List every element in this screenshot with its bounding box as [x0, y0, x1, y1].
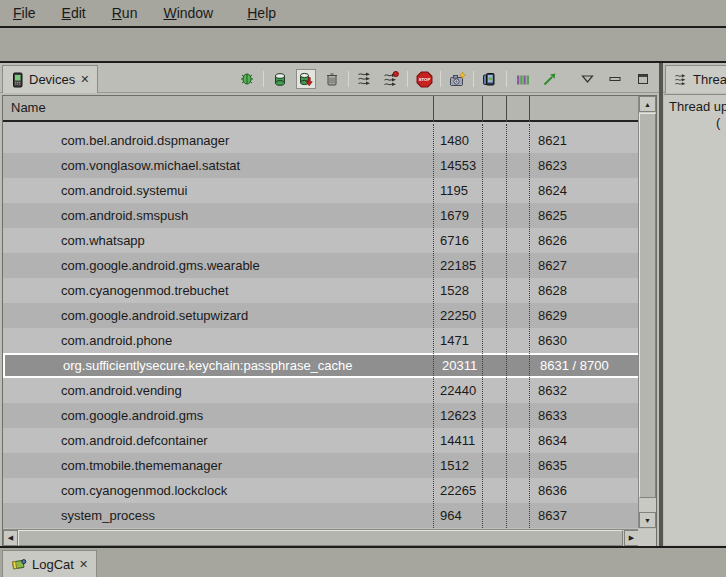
table-row[interactable]: org.sufficientlysecure.keychain:passphra… — [3, 353, 640, 378]
empty-toolbar-strip — [0, 28, 726, 61]
menu-window[interactable]: Window — [150, 5, 226, 21]
client-port: 8631 / 8700 — [540, 355, 609, 376]
logcat-icon — [11, 556, 27, 572]
client-port: 8632 — [538, 378, 567, 403]
menu-run[interactable]: Run — [99, 5, 151, 21]
client-pid: 1471 — [440, 328, 469, 353]
start-method-profiling-icon[interactable] — [381, 69, 401, 89]
menu-file[interactable]: File — [0, 5, 49, 21]
menu-help[interactable]: Help — [234, 5, 289, 21]
vertical-scrollbar-thumb[interactable] — [639, 113, 656, 498]
scroll-right-icon[interactable]: ▶ — [624, 530, 639, 546]
horizontal-scrollbar-thumb[interactable] — [18, 530, 623, 546]
client-name: com.android.systemui — [61, 178, 187, 203]
table-row[interactable]: com.google.android.setupwizard222508629 — [3, 303, 640, 328]
table-row[interactable]: com.android.smspush16798625 — [3, 203, 640, 228]
ddms-toolbar: STOP — [237, 65, 653, 93]
client-pid: 22265 — [440, 478, 476, 503]
table-row[interactable]: com.google.android.gms.wearable221858627 — [3, 253, 640, 278]
minimize-icon[interactable] — [605, 69, 625, 89]
client-name: system_process — [61, 503, 155, 528]
start-opengl-trace-icon[interactable] — [539, 69, 559, 89]
client-pid: 22440 — [440, 378, 476, 403]
update-heap-icon[interactable] — [270, 69, 290, 89]
table-row[interactable]: com.tmobile.thememanager15128635 — [3, 453, 640, 478]
close-icon[interactable]: ✕ — [79, 559, 88, 570]
table-row[interactable]: com.cyanogenmod.trebuchet15288628 — [3, 278, 640, 303]
toolbar-separator — [506, 71, 507, 87]
client-pid: 22250 — [440, 303, 476, 328]
client-name: com.cyanogenmod.trebuchet — [61, 278, 229, 303]
client-name: com.android.defcontainer — [61, 428, 208, 453]
table-row[interactable]: com.whatsapp67168626 — [3, 228, 640, 253]
tab-devices[interactable]: Devices ✕ — [2, 65, 98, 93]
vertical-scrollbar[interactable]: ▲ ▼ — [638, 96, 656, 528]
client-port: 8624 — [538, 178, 567, 203]
client-name: com.cyanogenmod.lockclock — [61, 478, 227, 503]
cause-gc-icon[interactable] — [322, 69, 342, 89]
column-divider[interactable] — [482, 96, 483, 122]
client-pid: 6716 — [440, 228, 469, 253]
phone-icon — [11, 72, 24, 88]
client-pid: 14553 — [440, 153, 476, 178]
client-name: com.vonglasow.michael.satstat — [61, 153, 240, 178]
client-pid: 1195 — [440, 178, 468, 203]
column-divider[interactable] — [433, 96, 434, 122]
stop-process-icon[interactable]: STOP — [414, 69, 434, 89]
horizontal-scrollbar[interactable]: ◀ ▶ — [3, 529, 640, 546]
toolbar-separator — [473, 71, 474, 87]
table-row[interactable]: com.android.systemui11958624 — [3, 178, 640, 203]
column-divider[interactable] — [529, 96, 530, 122]
screen-capture-icon[interactable] — [447, 69, 467, 89]
table-row[interactable]: com.cyanogenmod.lockclock222658636 — [3, 478, 640, 503]
debug-attach-icon[interactable] — [237, 69, 257, 89]
scroll-up-icon[interactable]: ▲ — [639, 96, 656, 112]
client-port: 8627 — [538, 253, 567, 278]
table-row[interactable]: com.android.vending224408632 — [3, 378, 640, 403]
client-pid: 14411 — [440, 428, 475, 453]
client-name: com.google.android.gms.wearable — [61, 253, 260, 278]
client-port: 8623 — [538, 153, 567, 178]
view-menu-icon[interactable] — [577, 69, 597, 89]
scrollbar-corner — [638, 529, 656, 546]
toolbar-separator — [263, 71, 264, 87]
client-name: com.bel.android.dspmanager — [61, 128, 229, 153]
client-name: com.whatsapp — [61, 228, 145, 253]
client-pid: 1679 — [440, 203, 469, 228]
client-name: com.tmobile.thememanager — [61, 453, 222, 478]
toolbar-separator — [407, 71, 408, 87]
client-port: 8621 — [538, 128, 567, 153]
scroll-left-icon[interactable]: ◀ — [3, 530, 18, 546]
table-row[interactable]: com.google.android.gms126238633 — [3, 403, 640, 428]
close-icon[interactable]: ✕ — [80, 74, 89, 85]
table-row[interactable]: com.android.defcontainer144118634 — [3, 428, 640, 453]
table-row[interactable]: system_process9648637 — [3, 503, 640, 528]
client-name: com.android.smspush — [61, 203, 188, 228]
client-name: com.android.phone — [61, 328, 172, 353]
table-row[interactable]: com.bel.android.dspmanager14808621 — [3, 128, 640, 153]
client-port: 8637 — [538, 503, 567, 528]
capture-systrace-icon[interactable] — [513, 69, 533, 89]
dump-hprof-icon[interactable] — [296, 69, 316, 89]
column-header-name[interactable]: Name — [11, 100, 46, 115]
update-threads-icon[interactable] — [355, 69, 375, 89]
device-table: Name com.bel.android.dspmanager14808621c… — [2, 95, 657, 546]
client-port: 8626 — [538, 228, 567, 253]
client-name: org.sufficientlysecure.keychain:passphra… — [63, 355, 353, 376]
client-port: 8625 — [538, 203, 567, 228]
client-port: 8629 — [538, 303, 567, 328]
menu-edit[interactable]: Edit — [49, 5, 99, 21]
threads-message: Thread up ( — [664, 94, 726, 545]
tab-threads[interactable]: Threa — [665, 65, 726, 93]
table-row[interactable]: com.android.phone14718630 — [3, 328, 640, 353]
tab-logcat[interactable]: LogCat ✕ — [2, 550, 97, 577]
table-row[interactable]: com.vonglasow.michael.satstat145538623 — [3, 153, 640, 178]
device-screen-icon[interactable] — [480, 69, 500, 89]
maximize-icon[interactable] — [633, 69, 653, 89]
tab-devices-label: Devices — [29, 72, 75, 87]
column-divider[interactable] — [506, 96, 507, 122]
scroll-down-icon[interactable]: ▼ — [639, 512, 656, 528]
menu-bar: File Edit Run Window Help — [0, 0, 726, 26]
client-port: 8628 — [538, 278, 567, 303]
client-pid: 20311 — [442, 355, 477, 376]
